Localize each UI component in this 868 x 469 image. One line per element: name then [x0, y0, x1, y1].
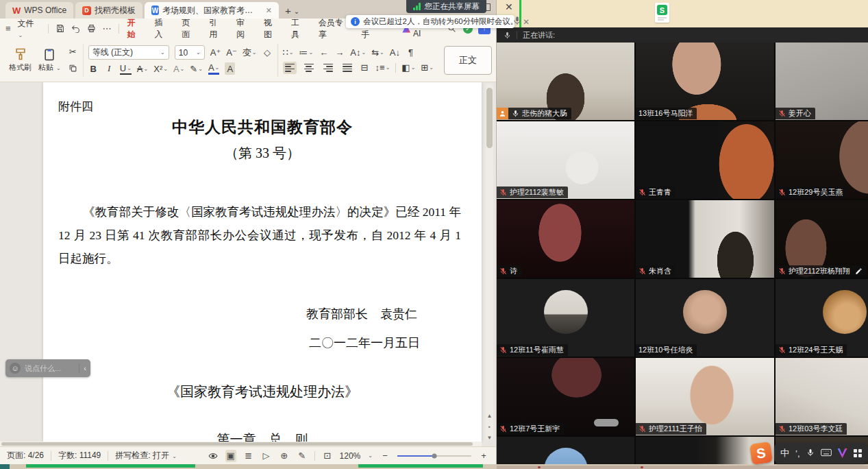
ime-mode-chinese[interactable]: 中: [780, 447, 789, 459]
ime-punctuation[interactable]: ’,: [795, 448, 800, 459]
floating-mic-icon[interactable]: [512, 16, 522, 28]
change-case-button[interactable]: 变⌄: [243, 47, 257, 59]
skin-center-icon[interactable]: [838, 448, 847, 458]
decrease-indent-button[interactable]: ←: [319, 47, 329, 59]
participant-tile[interactable]: 12班29号吴玉燕: [776, 121, 868, 199]
participant-tile[interactable]: 12班03号李文廷: [776, 358, 868, 435]
font-name-select[interactable]: 等线 (正文)⌄: [88, 45, 169, 60]
text-effects-button[interactable]: A⌄: [173, 62, 184, 75]
comment-chat-bubble[interactable]: ☺ 说点什么... ‹: [5, 359, 90, 377]
web-view-icon[interactable]: ⊕: [279, 450, 290, 462]
zoom-chevron-icon[interactable]: ⌄: [368, 453, 373, 459]
participant-tile[interactable]: 姜开心: [776, 43, 868, 120]
toast-close-icon[interactable]: ✕: [523, 17, 530, 27]
italic-button[interactable]: I: [104, 62, 114, 75]
menu-item[interactable]: 工具: [290, 16, 308, 42]
save-icon[interactable]: [55, 24, 64, 33]
prev-page-button[interactable]: ▲: [487, 413, 493, 419]
rename-pencil-icon[interactable]: [855, 267, 863, 275]
wrap-button[interactable]: ⇆⌄: [371, 47, 384, 59]
spell-check-toggle[interactable]: 拼写检查: 打开 ⌄: [115, 450, 177, 461]
line-spacing-button[interactable]: ↕≡⌄: [375, 62, 390, 74]
participant-tile[interactable]: 护理2112裴慧敏: [497, 121, 634, 199]
spreadsheet-file-icon[interactable]: S: [655, 3, 669, 23]
new-tab-button[interactable]: +: [285, 5, 291, 16]
page-view-icon[interactable]: ▣: [225, 450, 236, 462]
text-direction-button[interactable]: A↕⌄: [350, 47, 366, 59]
increase-indent-button[interactable]: →: [334, 47, 345, 59]
font-size-select[interactable]: 10⌄: [175, 45, 205, 60]
participant-tile[interactable]: 王青青: [636, 121, 774, 199]
distribute-button[interactable]: ⊟: [360, 62, 370, 74]
collapse-chevron-icon[interactable]: ‹: [84, 364, 86, 372]
undo-icon[interactable]: [71, 24, 80, 33]
zoom-level[interactable]: 120%: [340, 451, 361, 461]
participant-tile[interactable]: 朱肖含: [636, 200, 774, 278]
align-center-button[interactable]: [302, 62, 316, 74]
align-right-button[interactable]: [321, 62, 335, 74]
participant-tile[interactable]: 12班11号崔雨慧: [497, 279, 634, 357]
participant-tile[interactable]: 护理2112班杨翔翔: [776, 200, 868, 278]
zoom-slider[interactable]: [397, 455, 471, 457]
grid-scroll-indicator[interactable]: [594, 419, 619, 426]
zoom-in-button[interactable]: +: [478, 450, 489, 462]
menu-item[interactable]: 审阅: [235, 16, 253, 42]
tab-list-chevron-icon[interactable]: ⌄: [294, 8, 299, 15]
outline-view-icon[interactable]: ≣: [243, 450, 254, 462]
ink-pen-icon[interactable]: ✎: [297, 450, 308, 462]
chat-placeholder[interactable]: 说点什么...: [25, 363, 75, 374]
file-menu[interactable]: 文件 ⌄: [18, 18, 41, 39]
voice-input-icon[interactable]: [806, 447, 815, 459]
participant-tile[interactable]: 12班10号任培炎: [636, 279, 774, 357]
read-mode-icon[interactable]: [208, 450, 219, 462]
menu-item[interactable]: 视图: [262, 16, 281, 42]
participant-tile[interactable]: 13班16号马阳洋: [636, 43, 774, 120]
vertical-scrollbar[interactable]: [486, 84, 493, 440]
nav-square-button[interactable]: ▪: [488, 424, 491, 430]
print-icon[interactable]: [87, 24, 96, 33]
keyboard-icon[interactable]: [821, 447, 832, 459]
menu-item[interactable]: 开始: [126, 16, 145, 42]
zoom-slider-handle[interactable]: [432, 453, 437, 458]
format-painter-button[interactable]: 格式刷: [9, 47, 32, 73]
menu-item[interactable]: 页面: [180, 16, 199, 42]
bold-button[interactable]: B: [88, 62, 99, 75]
next-page-button[interactable]: ▼: [487, 435, 493, 441]
clear-format-button[interactable]: ◇: [262, 47, 273, 59]
justify-button[interactable]: [340, 62, 354, 74]
window-close-button[interactable]: ✕: [505, 1, 513, 12]
document-page[interactable]: 附件四 中华人民共和国教育部令 （第 33 号） 《教育部关于修改〈国家教育考试…: [43, 82, 482, 442]
more-icon[interactable]: ⋯: [103, 23, 112, 34]
tab-wps-home[interactable]: W WPS Office: [5, 2, 73, 19]
menu-item[interactable]: 插入: [153, 16, 171, 42]
superscript-button[interactable]: X²⌄: [153, 62, 168, 75]
scrollbar-thumb[interactable]: [486, 88, 493, 148]
meeting-limit-toast[interactable]: i 会议已超过2人，自动转为60分钟限时会议。 ✕: [346, 15, 514, 28]
style-gallery-item[interactable]: 正文: [444, 46, 492, 75]
horizontal-scrollbar[interactable]: [0, 442, 482, 446]
decrease-font-button[interactable]: A⁻: [226, 47, 237, 59]
zoom-out-button[interactable]: −: [380, 450, 390, 462]
scrollbar-thumb[interactable]: [1, 442, 473, 446]
numbered-list-button[interactable]: ≔⌄: [299, 47, 314, 59]
participant-tile[interactable]: 12班24号王天赐: [776, 279, 868, 357]
cut-button[interactable]: ✂: [68, 46, 78, 58]
copy-button[interactable]: [68, 62, 78, 75]
show-marks-button[interactable]: ¶: [406, 47, 416, 59]
sogou-logo-icon[interactable]: S: [749, 442, 773, 465]
toolbox-icon[interactable]: [854, 449, 862, 457]
highlight-pen-button[interactable]: ✎⌄: [190, 62, 203, 75]
participant-tile[interactable]: 诗: [497, 200, 634, 278]
bullet-list-button[interactable]: ∷⌄: [283, 47, 294, 59]
hamburger-icon[interactable]: ≡: [5, 23, 11, 34]
play-slideshow-icon[interactable]: ▷: [261, 450, 272, 462]
menu-item[interactable]: 引用: [208, 16, 226, 42]
underline-button[interactable]: U⌄: [120, 62, 132, 75]
increase-font-button[interactable]: A⁺: [210, 47, 221, 59]
sort-button[interactable]: A↓: [390, 47, 400, 59]
strikethrough-button[interactable]: A⌄: [137, 62, 148, 75]
tab-close-icon[interactable]: ✕: [266, 6, 272, 15]
fit-page-icon[interactable]: ⊡: [322, 450, 333, 462]
border-button[interactable]: ⊞⌄: [421, 62, 434, 74]
font-color-button[interactable]: A⌄: [208, 62, 219, 75]
